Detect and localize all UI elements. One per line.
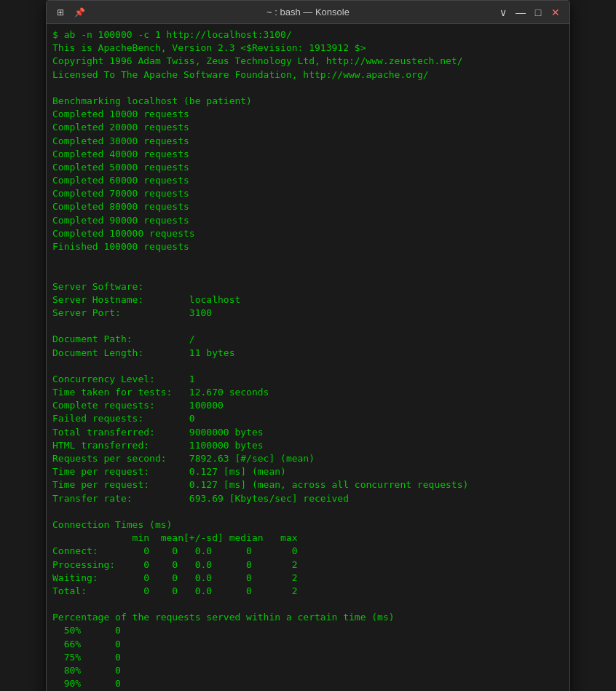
titlebar-right-controls: ∨ — □ ✕	[495, 4, 564, 20]
chevron-button[interactable]: ∨	[495, 4, 511, 20]
terminal-output: $ ab -n 100000 -c 1 http://localhost:310…	[52, 28, 564, 691]
minimize-icon: —	[516, 7, 526, 18]
close-icon: ✕	[551, 7, 560, 18]
window-title: ~ : bash — Konsole	[266, 7, 350, 17]
terminal-content[interactable]: $ ab -n 100000 -c 1 http://localhost:310…	[47, 24, 569, 691]
maximize-button[interactable]: □	[530, 4, 546, 20]
close-button[interactable]: ✕	[548, 4, 564, 20]
terminal-window: ⊞ 📌 ~ : bash — Konsole ∨ — □ ✕ $ ab -n 1…	[46, 0, 570, 691]
titlebar-left-icons: ⊞ 📌	[52, 4, 87, 20]
maximize-icon: □	[535, 7, 541, 18]
bookmark-button[interactable]: 📌	[71, 4, 87, 20]
bookmark-icon: 📌	[74, 7, 85, 17]
chevron-down-icon: ∨	[499, 7, 507, 18]
pin-button[interactable]: ⊞	[52, 4, 68, 20]
titlebar: ⊞ 📌 ~ : bash — Konsole ∨ — □ ✕	[47, 1, 569, 24]
minimize-button[interactable]: —	[513, 4, 529, 20]
terminal-icon: ⊞	[57, 7, 64, 17]
